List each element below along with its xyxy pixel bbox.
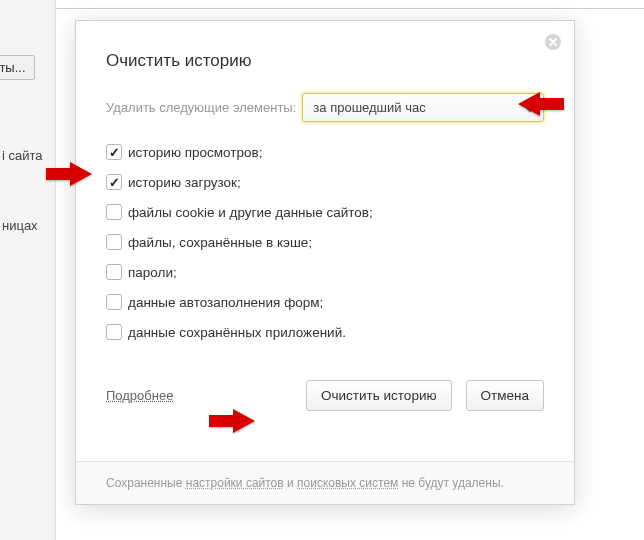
check-item: историю загрузок; — [106, 174, 544, 190]
check-item: данные автозаполнения форм; — [106, 294, 544, 310]
checkbox[interactable] — [106, 144, 122, 160]
checkbox-list: историю просмотров;историю загрузок;файл… — [106, 144, 544, 340]
delete-range-row: Удалить следующие элементы: за прошедший… — [106, 93, 544, 122]
background-sidebar: фты... і сайта ницах — [0, 0, 56, 540]
footer-note: Сохраненные настройки сайтов и поисковых… — [76, 461, 574, 504]
dialog-title: Очистить историю — [106, 51, 544, 71]
checkbox-label: историю просмотров; — [128, 145, 262, 160]
checkbox[interactable] — [106, 174, 122, 190]
close-icon[interactable] — [544, 33, 562, 51]
divider — [0, 8, 644, 9]
bg-text: і сайта — [2, 148, 43, 163]
checkbox[interactable] — [106, 204, 122, 220]
checkbox-label: данные автозаполнения форм; — [128, 295, 323, 310]
site-settings-link[interactable]: настройки сайтов — [186, 476, 284, 490]
checkbox-label: историю загрузок; — [128, 175, 241, 190]
delete-range-label: Удалить следующие элементы: — [106, 100, 296, 115]
checkbox[interactable] — [106, 324, 122, 340]
time-range-value: за прошедший час — [313, 100, 425, 115]
footer-text: Сохраненные — [106, 476, 186, 490]
dialog-actions: Подробнее Очистить историю Отмена — [106, 380, 544, 411]
footer-text: не будут удалены. — [398, 476, 504, 490]
cancel-button[interactable]: Отмена — [466, 380, 544, 411]
chevron-down-icon — [525, 100, 535, 115]
clear-history-button[interactable]: Очистить историю — [306, 380, 452, 411]
check-item: файлы, сохранённые в кэше; — [106, 234, 544, 250]
checkbox-label: пароли; — [128, 265, 177, 280]
bg-partial-button[interactable]: фты... — [0, 55, 35, 80]
search-systems-link[interactable]: поисковых систем — [297, 476, 398, 490]
check-item: данные сохранённых приложений. — [106, 324, 544, 340]
check-item: пароли; — [106, 264, 544, 280]
checkbox[interactable] — [106, 264, 122, 280]
check-item: историю просмотров; — [106, 144, 544, 160]
checkbox[interactable] — [106, 294, 122, 310]
checkbox-label: файлы, сохранённые в кэше; — [128, 235, 312, 250]
checkbox-label: файлы cookie и другие данные сайтов; — [128, 205, 373, 220]
checkbox-label: данные сохранённых приложений. — [128, 325, 346, 340]
bg-text: ницах — [2, 218, 38, 233]
time-range-select[interactable]: за прошедший час — [302, 93, 544, 122]
more-link[interactable]: Подробнее — [106, 388, 173, 403]
footer-text: и — [284, 476, 297, 490]
clear-history-dialog: Очистить историю Удалить следующие элеме… — [75, 20, 575, 505]
check-item: файлы cookie и другие данные сайтов; — [106, 204, 544, 220]
checkbox[interactable] — [106, 234, 122, 250]
